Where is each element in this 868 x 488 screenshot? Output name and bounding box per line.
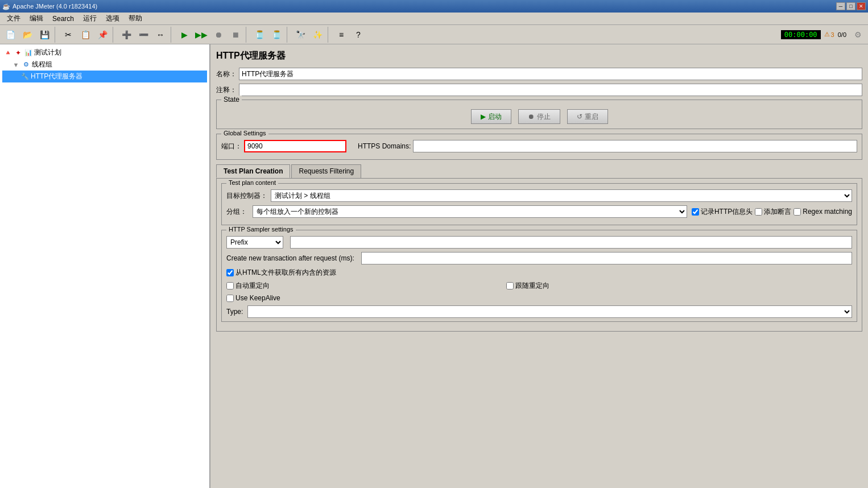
binoculars-button[interactable]: 🔭 [292,27,308,43]
add-comment-checkbox-container[interactable]: 添加断言 [755,207,791,217]
timer-display: 00:00:00 [781,30,821,39]
toggle-button[interactable]: ↔ [152,27,168,43]
transaction-label: Create new transaction after request (ms… [226,254,354,262]
auto-redirect-checkbox-container[interactable]: 自动重定向 [226,281,270,291]
thread-icon: ⚙ [22,60,31,69]
regex-checkbox-container[interactable]: Regex matching [793,208,852,216]
group-select[interactable]: 每个组放入一个新的控制器 [253,205,687,218]
keepalive-row: Use KeepAlive [226,294,852,302]
run-button[interactable]: ▶ [176,27,192,43]
separator-6 [328,27,331,43]
target-controller-row: 目标控制器： 测试计划 > 线程组 [226,189,852,202]
html-resources-checkbox[interactable] [226,269,234,276]
type-row: Type: [226,305,852,318]
jar1-button[interactable]: 🫙 [251,27,267,43]
jar2-button[interactable]: 🫙 [268,27,284,43]
keepalive-checkbox[interactable] [226,295,234,302]
warning-icon: ⚠ [824,31,830,38]
minimize-button[interactable]: ─ [836,2,845,10]
tree-item-thread[interactable]: ▼ ⚙ 线程组 [2,59,207,71]
follow-redirect-checkbox-container[interactable]: 跟随重定向 [506,281,549,291]
expand-icon: ▼ [11,60,20,69]
copy-button[interactable]: 📋 [77,27,93,43]
menu-run[interactable]: 运行 [78,13,101,24]
html-resources-checkbox-container[interactable]: 从HTML文件获取所有内含的资源 [226,268,336,278]
comment-label: 注释： [216,85,237,95]
help-button[interactable]: ? [350,27,366,43]
separator-1 [55,27,58,43]
main-layout: 🔺 ✦ 📊 测试计划 ▼ ⚙ 线程组 🔧 HTTP代理服务器 HTTP代理服务器… [0,44,868,488]
record-http-checkbox[interactable] [692,208,699,216]
close-button[interactable]: ✕ [857,2,866,10]
tab-content: Test plan content 目标控制器： 测试计划 > 线程组 分组： [216,178,862,332]
title-bar: ☕ Apache JMeter (4.0 r1823414) ─ □ ✕ [0,0,868,13]
tree-label-thread: 线程组 [32,60,52,69]
wand-button[interactable]: ✨ [309,27,325,43]
stop-button[interactable]: ⏹ [228,27,243,43]
new-button[interactable]: 📄 [2,27,18,43]
follow-redirect-label: 跟随重定向 [515,281,549,291]
tab-requests-filtering[interactable]: Requests Filtering [291,164,361,178]
tree-label-proxy: HTTP代理服务器 [31,72,82,81]
toolbar: 📄 📂 💾 ✂ 📋 📌 ➕ ➖ ↔ ▶ ▶▶ ⏺ ⏹ 🫙 🫙 🔭 ✨ ≡ ? 0… [0,25,868,44]
separator-5 [287,27,290,43]
collapse-button[interactable]: ➖ [135,27,151,43]
port-label: 端口： [221,142,242,151]
tree-panel: 🔺 ✦ 📊 测试计划 ▼ ⚙ 线程组 🔧 HTTP代理服务器 [0,44,210,488]
list-button[interactable]: ≡ [333,27,349,43]
stop-icon: ⏺ [528,113,535,121]
open-button[interactable]: 📂 [19,27,35,43]
stop-button[interactable]: ⏺ 停止 [518,109,560,124]
paste-button[interactable]: 📌 [94,27,110,43]
http-sampler-title: HTTP Sampler settings [226,226,296,233]
prefix-select[interactable]: Prefix Suffix None [226,236,283,249]
prefix-row: Prefix Suffix None [226,236,852,249]
run-advanced-button[interactable]: ▶▶ [193,27,209,43]
cut-button[interactable]: ✂ [60,27,76,43]
https-domains-input[interactable] [413,140,857,152]
html-resources-label: 从HTML文件获取所有内含的资源 [235,268,336,278]
settings-button[interactable]: ⚙ [850,27,866,43]
state-title: State [221,96,242,104]
menu-search[interactable]: Search [48,14,78,24]
menu-help[interactable]: 帮助 [124,13,147,24]
stop-all-button[interactable]: ⏺ [210,27,226,43]
target-controller-select[interactable]: 测试计划 > 线程组 [271,189,852,202]
start-icon: ▶ [481,113,486,121]
restart-button[interactable]: ↺ 重启 [567,109,608,124]
menu-options[interactable]: 选项 [101,13,124,24]
http-sampler-group: HTTP Sampler settings Prefix Suffix None [221,230,857,322]
tab-test-plan-creation[interactable]: Test Plan Creation [216,164,290,178]
group-label: 分组： [226,207,247,217]
follow-redirect-checkbox[interactable] [506,282,514,290]
tree-item-proxy[interactable]: 🔧 HTTP代理服务器 [2,71,207,82]
name-input[interactable] [239,68,862,80]
add-comment-checkbox[interactable] [755,208,762,216]
regex-checkbox[interactable] [793,208,801,216]
comment-input[interactable] [239,84,862,96]
record-http-checkbox-container[interactable]: 记录HTTP信息头 [692,207,753,217]
title-bar-controls: ─ □ ✕ [836,2,866,10]
expand-button[interactable]: ➕ [118,27,134,43]
keepalive-checkbox-container[interactable]: Use KeepAlive [226,294,280,302]
port-input[interactable] [244,140,346,152]
menu-file[interactable]: 文件 [2,13,25,24]
type-select[interactable] [247,305,852,318]
maximize-button[interactable]: □ [846,2,855,10]
http-sampler-content: Prefix Suffix None Create new transactio… [226,236,852,318]
transaction-input[interactable] [361,252,852,264]
plan-icon: 📊 [24,48,33,57]
add-comment-label: 添加断言 [764,207,791,217]
auto-redirect-checkbox[interactable] [226,282,234,290]
panel-title: HTTP代理服务器 [216,50,862,62]
title-bar-left: ☕ Apache JMeter (4.0 r1823414) [2,3,97,10]
start-button[interactable]: ▶ 启动 [471,109,511,124]
auto-redirect-label: 自动重定向 [235,281,270,291]
sampler-name-input[interactable] [290,236,852,249]
tree-item-root[interactable]: 🔺 ✦ 📊 测试计划 [2,47,207,59]
menu-edit[interactable]: 编辑 [25,13,48,24]
save-button[interactable]: 💾 [36,27,52,43]
separator-2 [113,27,116,43]
comment-row: 注释： [216,84,862,96]
group-row: 分组： 每个组放入一个新的控制器 记录HTTP信息头 添加断言 [226,205,852,218]
